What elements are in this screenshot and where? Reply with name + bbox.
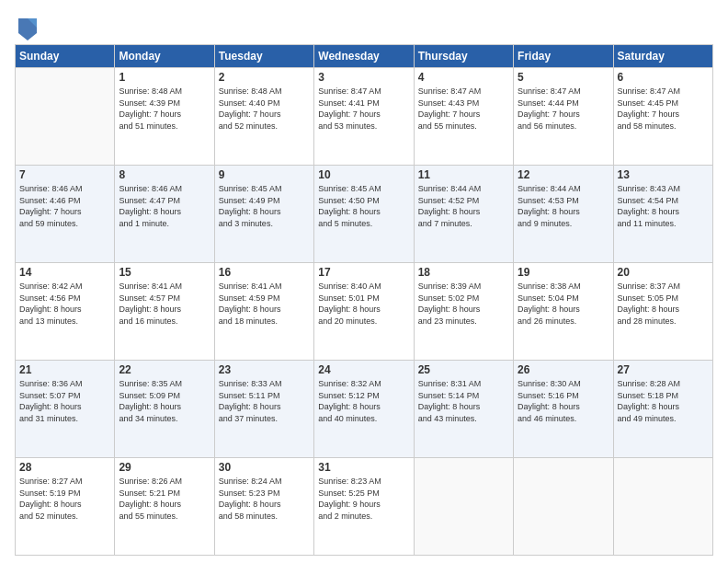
day-number: 24 bbox=[318, 363, 409, 376]
calendar-day-cell: 31Sunrise: 8:23 AM Sunset: 5:25 PM Dayli… bbox=[314, 458, 414, 556]
day-number: 6 bbox=[618, 71, 709, 84]
day-number: 5 bbox=[518, 71, 609, 84]
calendar-day-cell: 8Sunrise: 8:46 AM Sunset: 4:47 PM Daylig… bbox=[115, 166, 214, 263]
logo bbox=[15, 15, 39, 40]
calendar-day-cell: 1Sunrise: 8:48 AM Sunset: 4:39 PM Daylig… bbox=[115, 68, 214, 166]
day-info: Sunrise: 8:47 AM Sunset: 4:45 PM Dayligh… bbox=[618, 86, 709, 132]
calendar-week-row: 14Sunrise: 8:42 AM Sunset: 4:56 PM Dayli… bbox=[16, 263, 713, 361]
day-info: Sunrise: 8:47 AM Sunset: 4:43 PM Dayligh… bbox=[418, 86, 509, 132]
calendar-day-cell: 12Sunrise: 8:44 AM Sunset: 4:53 PM Dayli… bbox=[514, 166, 613, 263]
day-info: Sunrise: 8:46 AM Sunset: 4:46 PM Dayligh… bbox=[19, 183, 110, 229]
day-info: Sunrise: 8:27 AM Sunset: 5:19 PM Dayligh… bbox=[19, 476, 110, 522]
calendar-header-row: SundayMondayTuesdayWednesdayThursdayFrid… bbox=[16, 45, 713, 68]
day-number: 21 bbox=[19, 363, 110, 376]
calendar-day-cell: 14Sunrise: 8:42 AM Sunset: 4:56 PM Dayli… bbox=[16, 263, 115, 361]
day-number: 31 bbox=[318, 461, 409, 474]
calendar-day-cell: 20Sunrise: 8:37 AM Sunset: 5:05 PM Dayli… bbox=[613, 263, 712, 361]
day-number: 3 bbox=[318, 71, 409, 84]
calendar-week-row: 28Sunrise: 8:27 AM Sunset: 5:19 PM Dayli… bbox=[16, 458, 713, 556]
day-number: 29 bbox=[119, 461, 210, 474]
calendar-header-cell: Monday bbox=[115, 45, 214, 68]
day-info: Sunrise: 8:24 AM Sunset: 5:23 PM Dayligh… bbox=[219, 476, 310, 522]
day-info: Sunrise: 8:35 AM Sunset: 5:09 PM Dayligh… bbox=[119, 378, 210, 424]
calendar-day-cell: 21Sunrise: 8:36 AM Sunset: 5:07 PM Dayli… bbox=[16, 361, 115, 458]
calendar-header-cell: Thursday bbox=[414, 45, 513, 68]
day-info: Sunrise: 8:37 AM Sunset: 5:05 PM Dayligh… bbox=[618, 281, 709, 327]
day-info: Sunrise: 8:48 AM Sunset: 4:40 PM Dayligh… bbox=[219, 86, 310, 132]
calendar-day-cell: 6Sunrise: 8:47 AM Sunset: 4:45 PM Daylig… bbox=[613, 68, 712, 166]
day-info: Sunrise: 8:23 AM Sunset: 5:25 PM Dayligh… bbox=[318, 476, 409, 522]
day-number: 7 bbox=[19, 168, 110, 181]
calendar-day-cell: 26Sunrise: 8:30 AM Sunset: 5:16 PM Dayli… bbox=[514, 361, 613, 458]
calendar-header-cell: Tuesday bbox=[214, 45, 313, 68]
day-number: 4 bbox=[418, 71, 509, 84]
page: SundayMondayTuesdayWednesdayThursdayFrid… bbox=[0, 0, 728, 563]
calendar-day-cell: 3Sunrise: 8:47 AM Sunset: 4:41 PM Daylig… bbox=[314, 68, 414, 166]
day-number: 19 bbox=[518, 266, 609, 279]
day-number: 30 bbox=[219, 461, 310, 474]
calendar-day-cell: 27Sunrise: 8:28 AM Sunset: 5:18 PM Dayli… bbox=[613, 361, 712, 458]
calendar-day-cell: 13Sunrise: 8:43 AM Sunset: 4:54 PM Dayli… bbox=[613, 166, 712, 263]
day-info: Sunrise: 8:44 AM Sunset: 4:52 PM Dayligh… bbox=[418, 183, 509, 229]
calendar-day-cell: 19Sunrise: 8:38 AM Sunset: 5:04 PM Dayli… bbox=[514, 263, 613, 361]
calendar-day-cell: 17Sunrise: 8:40 AM Sunset: 5:01 PM Dayli… bbox=[314, 263, 414, 361]
day-number: 12 bbox=[518, 168, 609, 181]
calendar-day-cell: 30Sunrise: 8:24 AM Sunset: 5:23 PM Dayli… bbox=[214, 458, 313, 556]
calendar-header-cell: Friday bbox=[514, 45, 613, 68]
day-info: Sunrise: 8:38 AM Sunset: 5:04 PM Dayligh… bbox=[518, 281, 609, 327]
calendar-day-cell: 9Sunrise: 8:45 AM Sunset: 4:49 PM Daylig… bbox=[214, 166, 313, 263]
calendar-day-cell: 4Sunrise: 8:47 AM Sunset: 4:43 PM Daylig… bbox=[414, 68, 513, 166]
day-info: Sunrise: 8:36 AM Sunset: 5:07 PM Dayligh… bbox=[19, 378, 110, 424]
calendar-day-cell: 16Sunrise: 8:41 AM Sunset: 4:59 PM Dayli… bbox=[214, 263, 313, 361]
day-number: 20 bbox=[618, 266, 709, 279]
calendar-day-cell: 10Sunrise: 8:45 AM Sunset: 4:50 PM Dayli… bbox=[314, 166, 414, 263]
day-info: Sunrise: 8:28 AM Sunset: 5:18 PM Dayligh… bbox=[618, 378, 709, 424]
calendar-day-cell: 11Sunrise: 8:44 AM Sunset: 4:52 PM Dayli… bbox=[414, 166, 513, 263]
calendar-week-row: 7Sunrise: 8:46 AM Sunset: 4:46 PM Daylig… bbox=[16, 166, 713, 263]
day-info: Sunrise: 8:46 AM Sunset: 4:47 PM Dayligh… bbox=[119, 183, 210, 229]
calendar-day-cell: 15Sunrise: 8:41 AM Sunset: 4:57 PM Dayli… bbox=[115, 263, 214, 361]
calendar-day-cell: 29Sunrise: 8:26 AM Sunset: 5:21 PM Dayli… bbox=[115, 458, 214, 556]
day-info: Sunrise: 8:31 AM Sunset: 5:14 PM Dayligh… bbox=[418, 378, 509, 424]
calendar-week-row: 1Sunrise: 8:48 AM Sunset: 4:39 PM Daylig… bbox=[16, 68, 713, 166]
header bbox=[15, 11, 713, 40]
day-info: Sunrise: 8:26 AM Sunset: 5:21 PM Dayligh… bbox=[119, 476, 210, 522]
day-number: 9 bbox=[219, 168, 310, 181]
day-number: 28 bbox=[19, 461, 110, 474]
calendar-day-cell bbox=[414, 458, 513, 556]
day-number: 26 bbox=[518, 363, 609, 376]
calendar-day-cell: 28Sunrise: 8:27 AM Sunset: 5:19 PM Dayli… bbox=[16, 458, 115, 556]
day-number: 22 bbox=[119, 363, 210, 376]
calendar-day-cell bbox=[16, 68, 115, 166]
day-number: 11 bbox=[418, 168, 509, 181]
day-info: Sunrise: 8:30 AM Sunset: 5:16 PM Dayligh… bbox=[518, 378, 609, 424]
day-info: Sunrise: 8:45 AM Sunset: 4:49 PM Dayligh… bbox=[219, 183, 310, 229]
day-number: 23 bbox=[219, 363, 310, 376]
day-number: 18 bbox=[418, 266, 509, 279]
calendar-header-cell: Saturday bbox=[613, 45, 712, 68]
day-number: 14 bbox=[19, 266, 110, 279]
day-number: 15 bbox=[119, 266, 210, 279]
calendar-day-cell: 5Sunrise: 8:47 AM Sunset: 4:44 PM Daylig… bbox=[514, 68, 613, 166]
day-info: Sunrise: 8:32 AM Sunset: 5:12 PM Dayligh… bbox=[318, 378, 409, 424]
day-number: 1 bbox=[119, 71, 210, 84]
day-info: Sunrise: 8:33 AM Sunset: 5:11 PM Dayligh… bbox=[219, 378, 310, 424]
calendar-table: SundayMondayTuesdayWednesdayThursdayFrid… bbox=[15, 44, 713, 556]
day-number: 17 bbox=[318, 266, 409, 279]
day-info: Sunrise: 8:40 AM Sunset: 5:01 PM Dayligh… bbox=[318, 281, 409, 327]
calendar-day-cell bbox=[514, 458, 613, 556]
calendar-day-cell: 23Sunrise: 8:33 AM Sunset: 5:11 PM Dayli… bbox=[214, 361, 313, 458]
day-info: Sunrise: 8:44 AM Sunset: 4:53 PM Dayligh… bbox=[518, 183, 609, 229]
day-number: 27 bbox=[618, 363, 709, 376]
day-info: Sunrise: 8:41 AM Sunset: 4:57 PM Dayligh… bbox=[119, 281, 210, 327]
day-info: Sunrise: 8:47 AM Sunset: 4:44 PM Dayligh… bbox=[518, 86, 609, 132]
calendar-day-cell bbox=[613, 458, 712, 556]
day-number: 10 bbox=[318, 168, 409, 181]
day-number: 2 bbox=[219, 71, 310, 84]
day-info: Sunrise: 8:47 AM Sunset: 4:41 PM Dayligh… bbox=[318, 86, 409, 132]
calendar-day-cell: 7Sunrise: 8:46 AM Sunset: 4:46 PM Daylig… bbox=[16, 166, 115, 263]
day-number: 8 bbox=[119, 168, 210, 181]
day-info: Sunrise: 8:39 AM Sunset: 5:02 PM Dayligh… bbox=[418, 281, 509, 327]
calendar-header-cell: Wednesday bbox=[314, 45, 414, 68]
calendar-week-row: 21Sunrise: 8:36 AM Sunset: 5:07 PM Dayli… bbox=[16, 361, 713, 458]
